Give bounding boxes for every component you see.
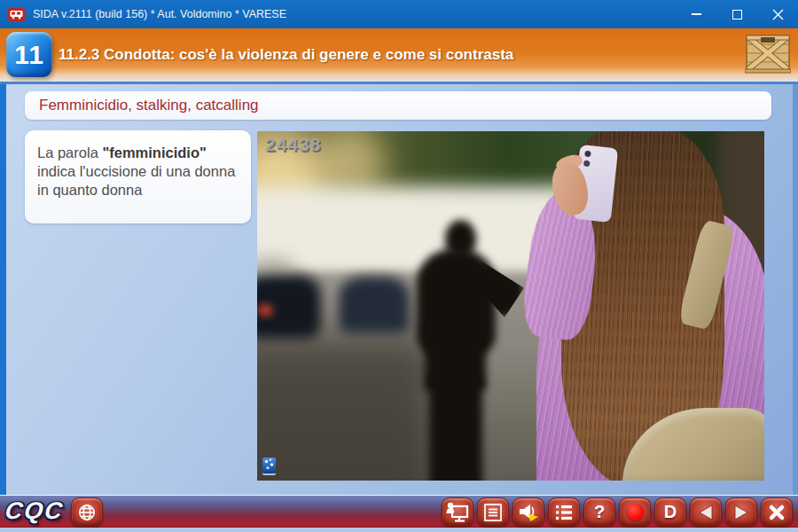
bus-app-icon[interactable] <box>8 8 25 21</box>
arrow-left-icon[interactable] <box>690 497 722 527</box>
minimize-icon[interactable] <box>676 0 716 28</box>
cqc-logo[interactable]: CQC <box>4 497 66 525</box>
sida-sparkle-icon <box>262 458 276 473</box>
caption-suffix: indica l'uccisione di una donna in quant… <box>37 163 235 198</box>
close-icon[interactable] <box>757 0 798 28</box>
caption-bold: "femminicidio" <box>102 145 206 160</box>
left-border-strip <box>0 84 6 495</box>
arrow-right-icon[interactable] <box>725 497 757 527</box>
presenter-monitor-icon[interactable] <box>442 497 473 527</box>
speaker-audio-icon[interactable] <box>512 497 544 527</box>
caption-card: La parola "femminicidio" indica l'uccisi… <box>25 130 251 223</box>
photo-code-watermark: 24438 <box>265 134 321 155</box>
lesson-photo: 24438 <box>257 131 764 481</box>
wooden-crate-icon[interactable] <box>745 34 791 78</box>
x-close-icon[interactable] <box>761 497 793 527</box>
lesson-header: 11 11.2.3 Condotta: cos'è la violenza di… <box>0 28 798 82</box>
bottom-toolbar: CQC <box>0 495 798 528</box>
list-index-icon[interactable] <box>548 497 580 527</box>
maximize-icon[interactable] <box>716 0 757 28</box>
right-border-strip <box>793 84 798 495</box>
letter-d-icon: D <box>664 502 677 522</box>
help-button[interactable]: ? <box>583 497 615 527</box>
window-bottom-edge <box>0 528 798 532</box>
lesson-title: 11.2.3 Condotta: cos'è la violenza di ge… <box>59 28 513 82</box>
titlebar: SIDA v.2111 (build 156) * Aut. Voldomino… <box>0 0 798 28</box>
lesson-content: Femminicidio, stalking, catcalling La pa… <box>0 84 798 495</box>
lesson-subtitle: Femminicidio, stalking, catcalling <box>39 97 259 114</box>
sida-window: SIDA v.2111 (build 156) * Aut. Voldomino… <box>0 0 798 532</box>
document-icon[interactable] <box>477 497 509 527</box>
caption-prefix: La parola <box>37 145 102 160</box>
globe-icon[interactable] <box>71 497 103 527</box>
record-icon[interactable] <box>619 497 651 527</box>
chapter-11-badge: 11 <box>6 32 52 77</box>
window-title: SIDA v.2111 (build 156) * Aut. Voldomino… <box>33 8 676 20</box>
lesson-subtitle-bar: Femminicidio, stalking, catcalling <box>25 91 771 120</box>
question-icon: ? <box>594 502 605 522</box>
parked-car <box>339 277 410 333</box>
dictionary-button[interactable]: D <box>654 497 686 527</box>
